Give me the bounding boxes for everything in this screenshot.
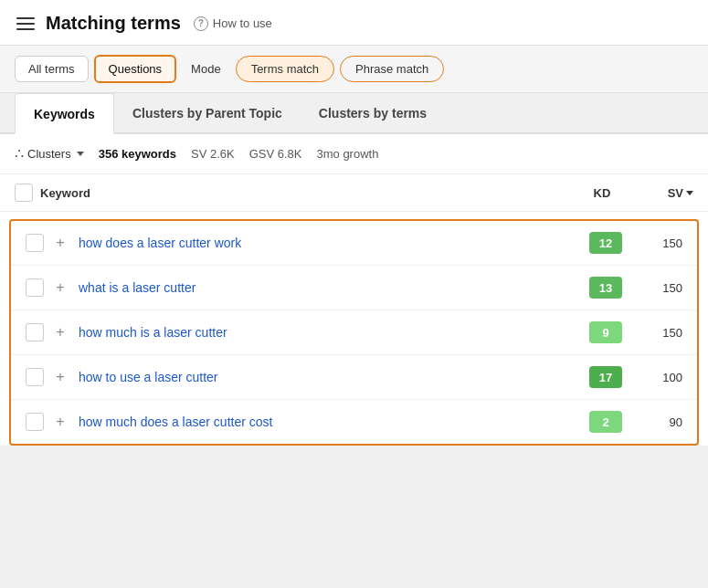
gsv-stat: GSV 6.8K [249, 147, 302, 161]
keywords-count: 356 keywords [99, 147, 176, 161]
clusters-icon: ∴ [15, 145, 24, 163]
row-checkbox[interactable] [26, 323, 44, 341]
sort-arrow-icon [686, 191, 693, 195]
kd-badge: 2 [589, 411, 622, 433]
main-content: ∴ Clusters 356 keywords SV 2.6K GSV 6.8K… [0, 134, 708, 446]
tab-clusters-parent[interactable]: Clusters by Parent Topic [114, 93, 301, 134]
add-keyword-icon[interactable]: + [51, 323, 69, 341]
add-keyword-icon[interactable]: + [51, 278, 69, 297]
help-link[interactable]: ? How to use [194, 16, 272, 31]
growth-stat: 3mo growth [316, 147, 378, 161]
table-row: + how much is a laser cutter 9 150 [11, 310, 697, 355]
sv-value: 90 [637, 415, 682, 429]
stats-bar: ∴ Clusters 356 keywords SV 2.6K GSV 6.8K… [0, 134, 708, 174]
filter-bar: All terms Questions Mode Terms match Phr… [0, 46, 708, 93]
col-keyword-header: Keyword [40, 186, 575, 200]
tab-terms-match[interactable]: Terms match [236, 56, 334, 82]
kd-badge: 13 [589, 277, 622, 299]
table-row: + how does a laser cutter work 12 150 [11, 221, 697, 266]
row-checkbox[interactable] [26, 413, 44, 431]
tab-questions[interactable]: Questions [94, 55, 177, 83]
header-checkbox-cell [15, 184, 40, 202]
keyword-rows-highlighted: + how does a laser cutter work 12 150 + … [9, 219, 699, 446]
table-row: + how much does a laser cutter cost 2 90 [11, 400, 697, 444]
add-keyword-icon[interactable]: + [51, 413, 69, 431]
keyword-link[interactable]: what is a laser cutter [79, 280, 589, 295]
table-header: Keyword KD SV [0, 174, 708, 212]
chevron-down-icon [77, 152, 84, 156]
sv-value: 150 [637, 326, 682, 340]
kd-badge: 17 [589, 366, 622, 388]
sv-value: 100 [637, 371, 682, 384]
row-checkbox[interactable] [26, 278, 44, 297]
help-label: How to use [213, 16, 272, 30]
col-kd-header: KD [575, 186, 629, 200]
kd-badge: 12 [589, 232, 622, 254]
table-row: + how to use a laser cutter 17 100 [11, 355, 697, 400]
keyword-link[interactable]: how much is a laser cutter [79, 325, 589, 340]
sv-value: 150 [637, 281, 682, 295]
page-title: Matching terms [46, 13, 181, 34]
row-checkbox[interactable] [26, 234, 44, 252]
keyword-link[interactable]: how to use a laser cutter [79, 370, 589, 384]
header: Matching terms ? How to use [0, 0, 708, 46]
tab-phrase-match[interactable]: Phrase match [340, 56, 444, 82]
mode-label: Mode [182, 57, 230, 81]
sv-stat: SV 2.6K [191, 147, 235, 161]
main-tabs: Keywords Clusters by Parent Topic Cluste… [0, 93, 708, 134]
add-keyword-icon[interactable]: + [51, 234, 69, 252]
hamburger-icon[interactable] [15, 16, 37, 32]
keyword-link[interactable]: how does a laser cutter work [79, 236, 589, 250]
add-keyword-icon[interactable]: + [51, 368, 69, 386]
clusters-button[interactable]: ∴ Clusters [15, 145, 84, 163]
tab-clusters-terms[interactable]: Clusters by terms [301, 93, 445, 134]
select-all-checkbox[interactable] [15, 184, 33, 202]
tab-keywords[interactable]: Keywords [15, 93, 114, 134]
kd-badge: 9 [589, 321, 622, 343]
keyword-link[interactable]: how much does a laser cutter cost [79, 415, 589, 429]
help-icon: ? [194, 16, 208, 31]
table-row: + what is a laser cutter 13 150 [11, 266, 697, 310]
col-sv-header[interactable]: SV [629, 186, 693, 200]
clusters-label: Clusters [27, 147, 71, 161]
tab-all-terms[interactable]: All terms [15, 56, 89, 82]
sv-value: 150 [637, 236, 682, 250]
row-checkbox[interactable] [26, 368, 44, 386]
